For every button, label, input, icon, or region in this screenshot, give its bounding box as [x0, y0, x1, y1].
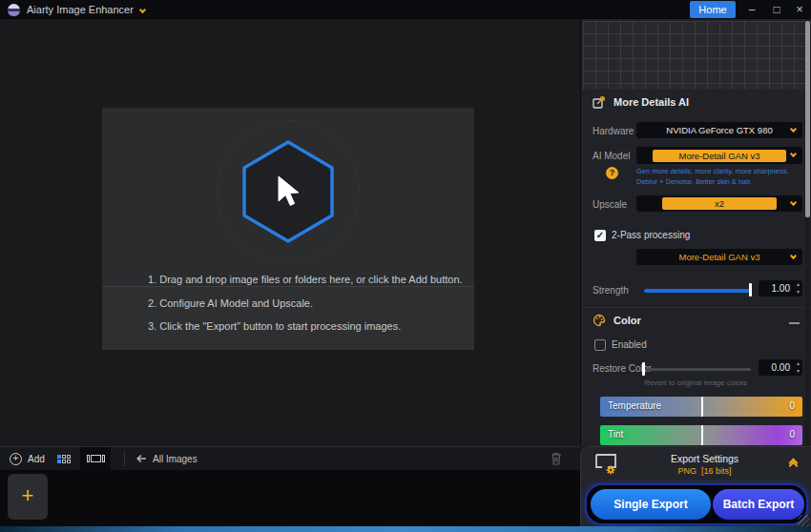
chevron-down-icon	[790, 151, 797, 157]
strength-stepper-down-icon[interactable]: ▾	[797, 288, 800, 296]
grid-view-icon	[57, 455, 71, 463]
section-divider	[581, 307, 811, 308]
upscale-label: Upscale	[593, 199, 627, 210]
export-settings-icon	[594, 453, 619, 476]
export-format: PNG [16 bits]	[619, 466, 790, 476]
sidebar-scrollbar[interactable]	[805, 19, 810, 446]
all-images-label: All Images	[153, 454, 198, 464]
more-details-icon	[593, 95, 606, 109]
upscale-dropdown[interactable]: x2	[636, 195, 802, 212]
color-section-title: Color	[613, 315, 641, 326]
export-settings-texts: Export Settings PNG [16 bits]	[619, 453, 790, 476]
scrollbar-thumb[interactable]	[805, 21, 810, 217]
tint-value: 0	[789, 429, 795, 440]
instruction-line-1: 1. Drag and drop image files or folders …	[148, 274, 472, 285]
strength-value-box[interactable]: 1.00 ▴ ▾	[759, 280, 802, 297]
app-window: Aiarty Image Enhancer Home – □ × 1. Drag…	[0, 0, 811, 532]
two-pass-model-value: More-Detail GAN v3	[679, 252, 760, 262]
export-settings-row[interactable]: Export Settings PNG [16 bits]	[581, 447, 811, 481]
back-arrow-icon	[135, 454, 147, 463]
app-title: Aiarty Image Enhancer	[27, 4, 134, 15]
help-icon[interactable]: ?	[606, 167, 618, 179]
minimize-button[interactable]: –	[742, 0, 761, 19]
export-bit-depth: [16 bits]	[701, 466, 732, 476]
tint-slider[interactable]: Tint 0	[600, 425, 802, 445]
restore-color-slider-track[interactable]	[644, 368, 751, 371]
restore-stepper-down-icon[interactable]: ▾	[797, 367, 800, 375]
color-enabled-label: Enabled	[612, 339, 647, 350]
tint-slider-marker[interactable]	[701, 425, 703, 445]
resize-grip[interactable]	[798, 515, 809, 526]
two-pass-checkbox[interactable]: ✓	[594, 230, 606, 241]
hardware-value: NVIDIA GeForce GTX 980	[666, 125, 772, 135]
batch-export-button[interactable]: Batch Export	[713, 489, 804, 520]
strength-value: 1.00	[759, 283, 790, 294]
hardware-dropdown[interactable]: NVIDIA GeForce GTX 980	[636, 122, 802, 138]
section-header-more-details-ai: More Details AI	[593, 95, 689, 109]
collapse-double-chevron-up-icon[interactable]	[790, 460, 797, 469]
chevron-down-icon	[790, 253, 797, 259]
app-logo-icon	[8, 4, 20, 16]
close-button[interactable]: ×	[790, 0, 809, 19]
chevron-down-icon	[790, 199, 797, 206]
app-menu-chevron-down-icon	[139, 6, 146, 12]
collapse-minus-icon[interactable]	[789, 322, 800, 324]
home-button[interactable]: Home	[690, 1, 736, 18]
preview-grid-texture	[583, 21, 808, 90]
maximize-button[interactable]: □	[767, 0, 786, 19]
filmstrip-area: +	[0, 470, 580, 526]
two-pass-model-dropdown[interactable]: More-Detail GAN v3	[636, 249, 802, 265]
grid-view-button[interactable]	[50, 447, 78, 470]
add-button[interactable]: + Add	[10, 447, 45, 470]
tint-label: Tint	[608, 429, 623, 440]
strength-slider-thumb[interactable]	[749, 283, 752, 297]
restore-color-value: 0.00	[759, 362, 790, 373]
restore-color-hint: Revert to original image colors	[644, 379, 747, 387]
chevron-down-icon	[790, 126, 797, 133]
restore-color-value-box[interactable]: 0.00 ▴ ▾	[759, 359, 802, 376]
color-enabled-checkbox[interactable]	[594, 339, 606, 351]
bottom-toolbar: + Add All Images	[0, 446, 580, 470]
filmstrip-view-button[interactable]	[80, 447, 111, 470]
add-plus-circle-icon: +	[10, 453, 22, 465]
strength-label: Strength	[593, 285, 629, 296]
ai-model-dropdown[interactable]: More-Detail GAN v3	[636, 147, 802, 164]
instruction-line-3: 3. Click the "Export" button to start pr…	[148, 320, 472, 332]
add-button-label: Add	[28, 454, 45, 464]
bottom-accent-line	[0, 526, 811, 532]
trash-icon	[550, 451, 563, 466]
dropzone-divider	[102, 286, 474, 287]
model-description-line-1: Gen more details, more clarity, more sha…	[636, 167, 810, 175]
strength-stepper-up-icon[interactable]: ▴	[797, 280, 800, 288]
single-export-button[interactable]: Single Export	[591, 489, 711, 520]
ai-model-label: AI Model	[593, 151, 630, 161]
settings-sidebar: More Details AI Hardware NVIDIA GeForce …	[580, 19, 811, 446]
hardware-label: Hardware	[593, 126, 634, 136]
restore-color-slider-thumb[interactable]	[642, 362, 645, 376]
temperature-slider-marker[interactable]	[701, 397, 703, 417]
section-header-color: Color	[593, 314, 641, 327]
drop-hexagon-cursor-icon	[239, 138, 338, 245]
export-settings-title: Export Settings	[619, 453, 790, 464]
two-pass-label: 2-Pass processing	[612, 230, 690, 240]
export-buttons-group: Single Export Batch Export	[585, 483, 808, 525]
toolbar-separator	[124, 452, 125, 466]
add-image-thumbnail-button[interactable]: +	[8, 474, 48, 520]
instruction-line-2: 2. Configure AI Model and Upscale.	[148, 297, 472, 309]
temperature-slider[interactable]: Temperature 0	[600, 397, 802, 417]
model-description-line-2: Deblur + Denoise. Better skin & hair.	[636, 177, 810, 186]
app-menu[interactable]: Aiarty Image Enhancer	[8, 2, 145, 17]
all-images-filter[interactable]: All Images	[135, 447, 198, 470]
restore-stepper-up-icon[interactable]: ▴	[797, 359, 800, 367]
dropzone[interactable]: 1. Drag and drop image files or folders …	[102, 108, 474, 350]
strength-slider-track[interactable]	[644, 289, 751, 293]
temperature-value: 0	[789, 400, 795, 411]
upscale-value-badge: x2	[662, 197, 777, 210]
ai-model-value-badge: More-Detail GAN v3	[653, 150, 786, 162]
palette-icon	[593, 314, 606, 327]
titlebar: Aiarty Image Enhancer Home – □ ×	[0, 0, 811, 19]
temperature-label: Temperature	[608, 400, 661, 411]
trash-button[interactable]	[550, 451, 563, 470]
export-card: Export Settings PNG [16 bits] Single Exp…	[580, 446, 811, 526]
section-title: More Details AI	[613, 96, 689, 108]
